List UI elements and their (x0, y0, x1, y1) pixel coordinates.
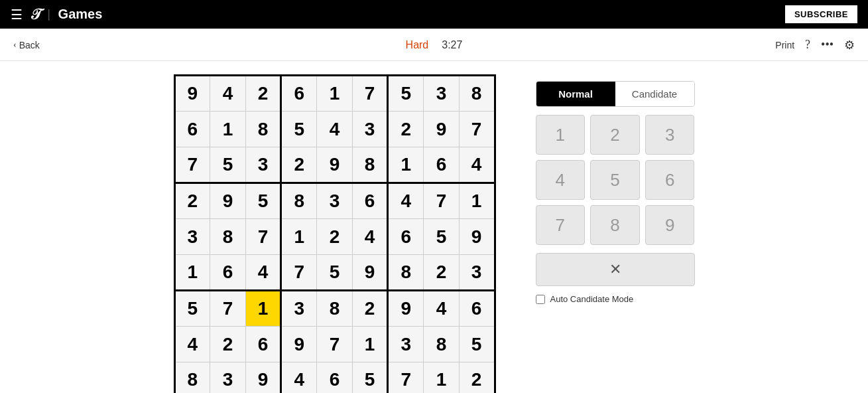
table-row[interactable]: 5 (459, 327, 495, 362)
hamburger-icon[interactable]: ☰ (11, 7, 23, 23)
numpad-button-5[interactable]: 5 (590, 160, 640, 200)
table-row[interactable]: 9 (388, 291, 424, 327)
table-row[interactable]: 1 (352, 327, 388, 362)
table-row[interactable]: 7 (388, 362, 424, 394)
numpad-button-6[interactable]: 6 (645, 160, 695, 200)
table-row[interactable]: 3 (352, 112, 388, 147)
table-row[interactable]: 8 (210, 219, 246, 255)
table-row[interactable]: 2 (459, 362, 495, 394)
table-row[interactable]: 9 (317, 147, 353, 183)
table-row[interactable]: 8 (174, 362, 210, 394)
table-row[interactable]: 7 (245, 219, 281, 255)
table-row[interactable]: 5 (245, 183, 281, 219)
table-row[interactable]: 4 (424, 291, 460, 327)
table-row[interactable]: 1 (317, 76, 353, 112)
numpad-button-1[interactable]: 1 (536, 115, 586, 155)
numpad-button-7[interactable]: 7 (536, 205, 586, 245)
table-row[interactable]: 3 (245, 147, 281, 183)
more-icon[interactable]: ••• (821, 38, 834, 52)
table-row[interactable]: 5 (388, 76, 424, 112)
candidate-mode-button[interactable]: Candidate (615, 82, 694, 106)
table-row[interactable]: 5 (352, 362, 388, 394)
table-row[interactable]: 9 (424, 112, 460, 147)
table-row[interactable]: 6 (459, 291, 495, 327)
table-row[interactable]: 2 (424, 255, 460, 291)
numpad-button-4[interactable]: 4 (536, 160, 586, 200)
back-button[interactable]: ‹ Back (13, 40, 40, 50)
table-row[interactable]: 6 (317, 362, 353, 394)
table-row[interactable]: 6 (424, 147, 460, 183)
table-row[interactable]: 9 (174, 76, 210, 112)
table-row[interactable]: 8 (424, 327, 460, 362)
table-row[interactable]: 2 (174, 183, 210, 219)
table-row[interactable]: 8 (281, 183, 317, 219)
numpad-button-8[interactable]: 8 (590, 205, 640, 245)
table-row[interactable]: 5 (317, 255, 353, 291)
print-button[interactable]: Print (775, 40, 794, 50)
table-row[interactable]: 8 (459, 76, 495, 112)
table-row[interactable]: 2 (281, 147, 317, 183)
table-row[interactable]: 4 (317, 112, 353, 147)
auto-candidate-checkbox[interactable] (536, 295, 545, 304)
table-row[interactable]: 9 (281, 327, 317, 362)
help-icon[interactable]: ? (805, 38, 810, 52)
table-row[interactable]: 4 (210, 76, 246, 112)
numpad-button-3[interactable]: 3 (645, 115, 695, 155)
normal-mode-button[interactable]: Normal (536, 82, 615, 106)
settings-icon[interactable]: ⚙ (844, 38, 855, 52)
table-row[interactable]: 7 (281, 255, 317, 291)
table-row[interactable]: 9 (459, 219, 495, 255)
table-row[interactable]: 3 (210, 362, 246, 394)
table-row[interactable]: 2 (388, 112, 424, 147)
table-row[interactable]: 7 (424, 183, 460, 219)
table-row[interactable]: 5 (174, 291, 210, 327)
numpad-button-2[interactable]: 2 (590, 115, 640, 155)
table-row[interactable]: 5 (281, 112, 317, 147)
table-row[interactable]: 7 (352, 76, 388, 112)
table-row[interactable]: 9 (245, 362, 281, 394)
table-row[interactable]: 7 (459, 112, 495, 147)
table-row[interactable]: 4 (459, 147, 495, 183)
table-row[interactable]: 2 (210, 327, 246, 362)
table-row[interactable]: 2 (317, 219, 353, 255)
table-row[interactable]: 4 (281, 362, 317, 394)
table-row[interactable]: 8 (352, 147, 388, 183)
table-row[interactable]: 6 (281, 76, 317, 112)
table-row[interactable]: 5 (424, 219, 460, 255)
table-row[interactable]: 3 (174, 219, 210, 255)
table-row[interactable]: 6 (388, 219, 424, 255)
numpad-button-9[interactable]: 9 (645, 205, 695, 245)
table-row[interactable]: 6 (352, 183, 388, 219)
table-row[interactable]: 3 (388, 327, 424, 362)
table-row[interactable]: 8 (245, 112, 281, 147)
table-row[interactable]: 7 (174, 147, 210, 183)
table-row[interactable]: 1 (388, 147, 424, 183)
table-row[interactable]: 2 (245, 76, 281, 112)
table-row[interactable]: 1 (245, 291, 281, 327)
table-row[interactable]: 3 (424, 76, 460, 112)
table-row[interactable]: 4 (388, 183, 424, 219)
table-row[interactable]: 2 (352, 291, 388, 327)
table-row[interactable]: 9 (210, 183, 246, 219)
table-row[interactable]: 8 (317, 291, 353, 327)
subscribe-button[interactable]: SUBSCRIBE (785, 5, 857, 23)
erase-button[interactable]: ✕ (536, 253, 695, 286)
table-row[interactable]: 4 (352, 219, 388, 255)
table-row[interactable]: 7 (317, 327, 353, 362)
table-row[interactable]: 1 (424, 362, 460, 394)
table-row[interactable]: 6 (245, 327, 281, 362)
table-row[interactable]: 5 (210, 147, 246, 183)
table-row[interactable]: 8 (388, 255, 424, 291)
table-row[interactable]: 4 (174, 327, 210, 362)
table-row[interactable]: 7 (210, 291, 246, 327)
table-row[interactable]: 6 (210, 255, 246, 291)
table-row[interactable]: 3 (281, 291, 317, 327)
table-row[interactable]: 3 (459, 255, 495, 291)
table-row[interactable]: 1 (210, 112, 246, 147)
table-row[interactable]: 1 (174, 255, 210, 291)
table-row[interactable]: 6 (174, 112, 210, 147)
table-row[interactable]: 4 (245, 255, 281, 291)
table-row[interactable]: 1 (281, 219, 317, 255)
table-row[interactable]: 9 (352, 255, 388, 291)
table-row[interactable]: 1 (459, 183, 495, 219)
